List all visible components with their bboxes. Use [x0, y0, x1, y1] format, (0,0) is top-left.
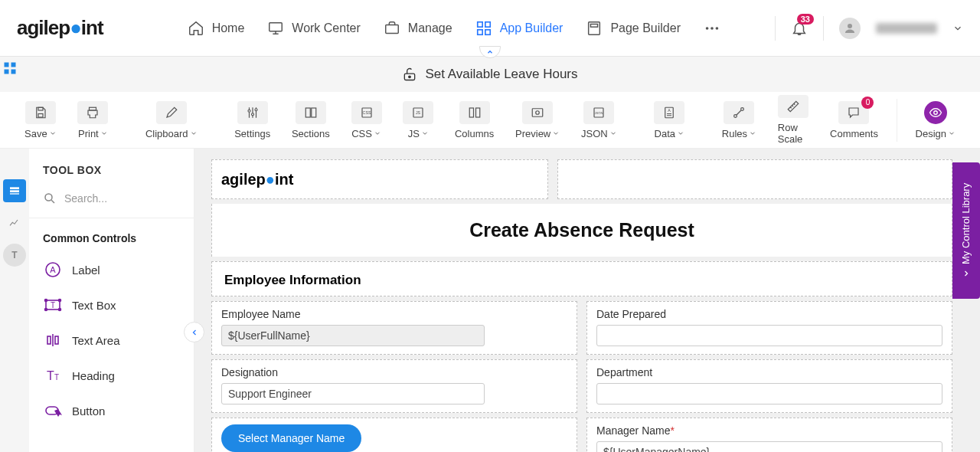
- app-switcher-icon[interactable]: [3, 61, 17, 75]
- monitor-icon: [267, 20, 284, 37]
- svg-point-44: [45, 194, 52, 201]
- field-select-manager[interactable]: Select Manager Name: [211, 418, 577, 452]
- svg-text:JSON: JSON: [595, 111, 603, 115]
- nav-app-builder[interactable]: App Builder: [475, 20, 564, 37]
- control-textarea[interactable]: Text Area: [29, 323, 194, 358]
- columns-button[interactable]: Columns: [449, 101, 500, 139]
- css-icon: CSS: [351, 101, 382, 124]
- control-label[interactable]: A Label: [29, 252, 194, 287]
- avatar[interactable]: [839, 18, 861, 39]
- form-title[interactable]: Create Absence Request: [211, 204, 952, 257]
- preview-icon: [522, 101, 553, 124]
- field-department[interactable]: Department: [586, 359, 952, 413]
- date-prepared-input[interactable]: [596, 325, 942, 346]
- control-textbox[interactable]: T Text Box: [29, 287, 194, 323]
- control-heading[interactable]: TT Heading: [29, 358, 194, 393]
- employee-name-input[interactable]: [221, 325, 485, 346]
- control-textbox-text: Text Box: [72, 299, 116, 312]
- chevron-down-icon[interactable]: [952, 23, 963, 34]
- svg-point-38: [734, 114, 737, 117]
- field-label: Department: [596, 366, 942, 378]
- left-rail: T: [0, 149, 29, 452]
- briefcase-icon: [384, 20, 400, 37]
- svg-text:JS: JS: [416, 110, 421, 115]
- rowscale-button[interactable]: Row Scale: [772, 95, 815, 145]
- sections-icon: [296, 101, 326, 124]
- js-button[interactable]: JS JS: [397, 101, 439, 139]
- field-employee-name[interactable]: Employee Name: [211, 301, 577, 355]
- svg-point-17: [409, 76, 411, 78]
- workspace: T TOOL BOX Common Controls A Label T Tex…: [0, 149, 980, 452]
- rail-text[interactable]: T: [3, 244, 26, 267]
- svg-rect-18: [38, 107, 43, 110]
- nav-page-builder[interactable]: Page Builder: [586, 20, 681, 37]
- save-button[interactable]: Save: [18, 101, 63, 139]
- notifications-button[interactable]: 33: [791, 20, 808, 37]
- nav-manage-label: Manage: [408, 21, 452, 35]
- rail-analytics[interactable]: [3, 211, 26, 234]
- design-button[interactable]: Design: [910, 101, 962, 139]
- svg-rect-25: [312, 108, 316, 117]
- context-bar: Set Available Leave Hours: [0, 57, 980, 92]
- svg-rect-7: [591, 24, 598, 27]
- settings-button[interactable]: Settings: [228, 101, 276, 139]
- clipboard-button[interactable]: Clipboard: [139, 101, 204, 139]
- svg-point-9: [710, 27, 714, 30]
- collapse-topbar-button[interactable]: [479, 46, 501, 58]
- svg-rect-12: [5, 63, 9, 67]
- field-manager-name[interactable]: Manager Name*: [586, 418, 952, 452]
- json-button[interactable]: JSON JSON: [575, 101, 623, 139]
- rules-button[interactable]: Rules: [716, 101, 763, 139]
- svg-rect-15: [11, 70, 16, 74]
- username[interactable]: [876, 23, 937, 34]
- manager-name-input[interactable]: [596, 441, 942, 452]
- comments-button[interactable]: 0 Comments: [824, 101, 884, 139]
- css-button[interactable]: CSS CSS: [345, 101, 388, 139]
- textbox-icon: T: [43, 295, 63, 315]
- button-icon: [43, 401, 63, 421]
- my-control-library-panel[interactable]: My Control Library: [952, 162, 980, 299]
- nav-work-center[interactable]: Work Center: [267, 20, 361, 37]
- preview-button[interactable]: Preview: [509, 101, 566, 139]
- data-button[interactable]: A Data: [648, 101, 691, 139]
- svg-point-52: [59, 309, 61, 311]
- svg-rect-14: [5, 70, 9, 74]
- json-icon: JSON: [583, 101, 614, 124]
- notification-badge: 33: [797, 14, 814, 25]
- control-button[interactable]: Button: [29, 393, 194, 428]
- control-button-text: Button: [72, 405, 105, 418]
- top-right-controls: 33: [775, 16, 963, 41]
- nav-more[interactable]: [704, 20, 720, 37]
- field-label: Manager Name*: [596, 424, 942, 437]
- columns-icon: [459, 101, 490, 124]
- svg-text:T: T: [47, 369, 54, 382]
- rail-toolbox[interactable]: [3, 179, 26, 202]
- svg-rect-4: [477, 29, 482, 34]
- department-input[interactable]: [596, 383, 942, 405]
- svg-rect-1: [386, 25, 399, 33]
- section-employee-info[interactable]: Employee Information: [211, 261, 952, 296]
- sections-button[interactable]: Sections: [286, 101, 336, 139]
- toolbox-sidebar: TOOL BOX Common Controls A Label T Text …: [29, 149, 194, 452]
- print-button[interactable]: Print: [71, 101, 114, 139]
- js-icon: JS: [403, 101, 433, 124]
- svg-rect-31: [475, 108, 479, 117]
- comments-badge: 0: [861, 97, 874, 109]
- form-header-logo-cell[interactable]: agilep●int: [211, 159, 548, 199]
- form-header-empty-cell[interactable]: [557, 159, 952, 199]
- field-label: Date Prepared: [596, 308, 942, 320]
- field-designation[interactable]: Designation: [211, 359, 577, 413]
- select-manager-button[interactable]: Select Manager Name: [221, 424, 361, 452]
- nav-app-builder-label: App Builder: [500, 21, 564, 35]
- field-date-prepared[interactable]: Date Prepared: [586, 301, 952, 355]
- designation-input[interactable]: [221, 383, 485, 405]
- search-wrap: [29, 187, 194, 218]
- toolbar: Save Print Clipboard Settings Sections C…: [0, 92, 980, 149]
- nav-manage[interactable]: Manage: [384, 20, 452, 37]
- svg-rect-41: [10, 187, 19, 189]
- nav-home[interactable]: Home: [188, 20, 245, 37]
- svg-point-50: [59, 300, 61, 302]
- form-canvas[interactable]: agilep●int Create Absence Request Employ…: [194, 149, 980, 452]
- collapse-sidebar-button[interactable]: [184, 322, 204, 342]
- search-input[interactable]: [64, 192, 180, 205]
